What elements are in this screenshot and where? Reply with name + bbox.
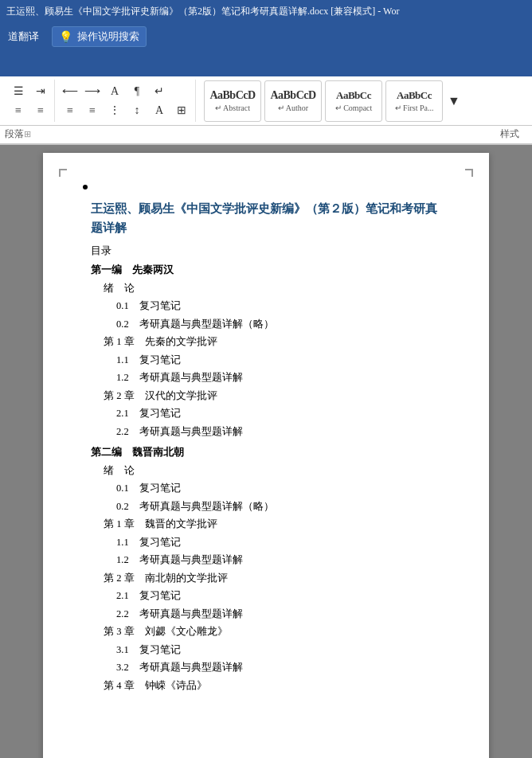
list-tools-row1: ☰ ⇥ [8, 83, 51, 100]
return-btn[interactable]: ↵ [149, 83, 170, 100]
style-author[interactable]: AaBbCcD ↵ Author [264, 80, 322, 122]
style-first[interactable]: AaBbCc ↵ First Pa... [385, 80, 443, 122]
toc-item: 1.2 考研真题与典型题详解 [91, 369, 441, 387]
style-label: 样式 [500, 127, 519, 141]
list-bullets-btn[interactable]: ☰ [8, 83, 29, 100]
toc-item: 第 1 章 魏晋的文学批评 [91, 515, 441, 533]
toc-item: 第 3 章 刘勰《文心雕龙》 [91, 623, 441, 641]
title-bar-text: 王运熙、顾易生《中国文学批评史新编》（第2版）笔记和考研真题详解.docx [兼… [6, 5, 399, 18]
toc-item: 绪 论 [91, 279, 441, 298]
style-compact-preview: AaBbCc [336, 89, 371, 102]
title-bar: 王运熙、顾易生《中国文学批评史新编》（第2版）笔记和考研真题详解.docx [兼… [0, 0, 532, 22]
indent-more-btn[interactable]: ⇥ [30, 83, 51, 100]
corner-mark-tr [465, 169, 473, 177]
style-compact-label: ↵ Compact [335, 104, 373, 112]
toc-item: 第二编 魏晋南北朝 [91, 443, 441, 462]
toc-item: 1.2 考研真题与典型题详解 [91, 551, 441, 569]
search-icon: 💡 [59, 30, 72, 44]
toc-item: 2.2 考研真题与典型题详解 [91, 423, 441, 441]
nav-translate[interactable]: 道翻译 [8, 29, 39, 44]
align-center-btn[interactable]: ≡ [30, 102, 51, 119]
toc-item: 2.1 复习笔记 [91, 404, 441, 423]
toc-item: 3.1 复习笔记 [91, 641, 441, 659]
toc-item: 0.2 考研真题与典型题详解（略） [91, 498, 441, 516]
paragraph-label: 段落 [5, 127, 24, 141]
style-author-preview: AaBbCcD [270, 89, 315, 102]
indent-btn[interactable]: ⟵ [60, 83, 80, 100]
font-size-btn[interactable]: ¶ [127, 83, 147, 100]
section-label-row: 段落 ⊞ 样式 [0, 126, 532, 145]
line-spacing-btn[interactable]: ↕ [127, 102, 147, 119]
column-btn[interactable]: ⋮ [104, 102, 125, 119]
toc-item: 3.2 考研真题与典型题详解 [91, 658, 441, 677]
toc-item: 第 2 章 汉代的文学批评 [91, 387, 441, 405]
toc-item: 2.2 考研真题与典型题详解 [91, 605, 441, 623]
toc-section: 第一编 先秦两汉绪 论0.1 复习笔记0.2 考研真题与典型题详解（略）第 1 … [91, 261, 441, 694]
operation-search-bar[interactable]: 💡 操作说明搜索 [52, 26, 147, 47]
align-justify-btn[interactable]: ≡ [60, 102, 80, 119]
toc-item: 0.1 复习笔记 [91, 479, 441, 498]
toc-label: 目录 [91, 244, 441, 258]
formatting-section: ⟵ ⟶ A ¶ ↵ ≡ ≡ ⋮ ↕ A ⊞ [57, 80, 196, 122]
format-row2: ≡ ≡ ⋮ ↕ A ⊞ [60, 102, 192, 119]
align-right-btn[interactable]: ≡ [82, 102, 103, 119]
search-text: 操作说明搜索 [77, 29, 139, 44]
text-effect-btn[interactable]: A [104, 83, 125, 100]
style-author-label: ↵ Author [278, 104, 308, 112]
style-abstract-preview: AaBbCcD [209, 89, 255, 102]
align-left-btn[interactable]: ≡ [8, 102, 29, 119]
toc-item: 第 4 章 钟嵘《诗品》 [91, 677, 441, 695]
toc-item: 2.1 复习笔记 [91, 587, 441, 605]
shading-btn[interactable]: A [149, 102, 170, 119]
style-abstract[interactable]: AaBbCcD ↵ Abstract [204, 80, 261, 122]
toc-item: 0.2 考研真题与典型题详解（略） [91, 315, 441, 334]
toc-item: 1.1 复习笔记 [91, 533, 441, 552]
list-bullet [83, 185, 88, 190]
toolbar: ☰ ⇥ ≡ ≡ ⟵ ⟶ A ¶ ↵ ≡ ≡ ⋮ ↕ A ⊞ AaBbCcD ↵ … [0, 76, 532, 126]
gallery-scroll-btn[interactable]: ▼ [448, 94, 460, 108]
toc-item: 1.1 复习笔记 [91, 351, 441, 369]
toc-item: 0.1 复习笔记 [91, 297, 441, 315]
document-page: 王运熙、顾易生《中国文学批评史新编》（第２版）笔记和考研真题详解 目录 第一编 … [43, 153, 489, 758]
corner-mark-tl [59, 169, 67, 177]
toc-item: 第一编 先秦两汉 [91, 261, 441, 279]
document-title: 王运熙、顾易生《中国文学批评史新编》（第２版）笔记和考研真题详解 [91, 199, 441, 237]
list-tools-section: ☰ ⇥ ≡ ≡ [5, 80, 55, 122]
list-tools-row2: ≡ ≡ [8, 102, 51, 119]
paragraph-expand-icon[interactable]: ⊞ [24, 129, 31, 139]
style-gallery: AaBbCcD ↵ Abstract AaBbCcD ↵ Author AaBb… [198, 77, 527, 125]
format-row1: ⟵ ⟶ A ¶ ↵ [60, 83, 170, 100]
style-abstract-label: ↵ Abstract [215, 104, 250, 112]
toc-item: 第 2 章 南北朝的文学批评 [91, 569, 441, 588]
toc-item: 第 1 章 先秦的文学批评 [91, 333, 441, 351]
ribbon-tabs [0, 51, 532, 76]
outdent-btn[interactable]: ⟶ [82, 83, 103, 100]
style-first-preview: AaBbCc [397, 89, 432, 102]
page-area: 王运熙、顾易生《中国文学批评史新编》（第２版）笔记和考研真题详解 目录 第一编 … [0, 145, 532, 758]
top-ribbon: 道翻译 💡 操作说明搜索 [0, 22, 532, 51]
style-compact[interactable]: AaBbCc ↵ Compact [325, 80, 382, 122]
toc-item: 绪 论 [91, 462, 441, 480]
style-first-label: ↵ First Pa... [395, 104, 434, 112]
border-btn[interactable]: ⊞ [171, 102, 192, 119]
